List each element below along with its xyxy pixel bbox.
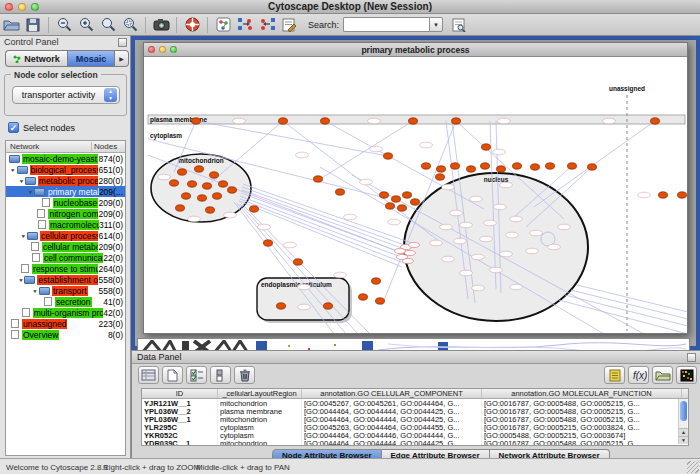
network-node[interactable] (206, 207, 215, 213)
network-node[interactable] (359, 294, 368, 300)
network-canvas[interactable]: plasma membranecytoplasmmitochondrionnuc… (144, 57, 687, 333)
network-node[interactable] (324, 303, 333, 309)
select-attributes-button[interactable] (186, 366, 207, 384)
delete-attribute-button[interactable] (234, 366, 255, 384)
network-node[interactable] (188, 181, 197, 187)
save-button[interactable] (22, 15, 44, 35)
help-button[interactable] (181, 15, 203, 35)
zoom-selected-button[interactable] (97, 15, 119, 35)
network-view-window[interactable]: primary metabolic process plasma membran… (143, 42, 688, 334)
expander-icon[interactable]: ▼ (9, 167, 17, 172)
open-button[interactable] (0, 15, 22, 35)
tree-row[interactable]: ▼transport558(0) (6, 285, 125, 296)
tree-row[interactable]: mosaic-demo-yeast874(0) (6, 153, 125, 164)
network-node[interactable] (409, 118, 418, 124)
network-node[interactable] (422, 163, 431, 169)
tab-overflow-arrow[interactable]: ▶ (115, 50, 129, 67)
network-node[interactable] (659, 192, 668, 198)
network-node[interactable] (497, 166, 506, 172)
network-node[interactable] (195, 166, 204, 172)
table-scrollbar-thumb[interactable] (680, 401, 687, 421)
data-panel-float-icon[interactable] (687, 353, 696, 362)
network-node[interactable] (264, 240, 273, 246)
network-node[interactable] (170, 180, 179, 186)
network-node[interactable] (403, 192, 412, 198)
table-column-header[interactable]: ID (142, 389, 218, 398)
network-node[interactable] (386, 203, 395, 209)
attribute-panel-settings-button[interactable] (138, 366, 159, 384)
network-node[interactable] (336, 189, 345, 195)
heatmap-button[interactable] (676, 366, 697, 384)
tree-row[interactable]: secretion41(0) (6, 296, 125, 307)
unselect-attributes-button[interactable] (210, 366, 231, 384)
network-node[interactable] (203, 183, 212, 189)
layout-alt-button[interactable] (256, 15, 278, 35)
network-node[interactable] (372, 278, 381, 284)
select-nodes-checkbox[interactable]: ✓ (8, 122, 19, 133)
network-node[interactable] (482, 144, 491, 150)
tree-row[interactable]: multi-organism pro42(0) (6, 307, 125, 318)
tree-column-nodes[interactable]: Nodes (91, 142, 125, 151)
tree-row[interactable]: ▼biological_process651(0) (6, 164, 125, 175)
search-input[interactable] (343, 17, 429, 32)
network-node[interactable] (380, 192, 389, 198)
layout-button[interactable] (234, 15, 256, 35)
formula-builder-button[interactable]: f(x) (628, 366, 649, 384)
network-node[interactable] (176, 205, 185, 211)
tree-row[interactable]: nucleobase-209(0) (6, 197, 125, 208)
tree-row[interactable]: ▼primary metabo209(... (6, 186, 125, 197)
annotation-button[interactable] (278, 15, 300, 35)
network-node[interactable] (376, 298, 385, 304)
tree-row[interactable]: cellular metabol209(0) (6, 241, 125, 252)
node-color-combobox[interactable]: transporter activity ▲▼ (12, 86, 120, 104)
network-node[interactable] (452, 118, 461, 124)
expander-icon[interactable]: ▼ (27, 189, 34, 194)
new-attribute-button[interactable] (162, 366, 183, 384)
data-panel-titlebar[interactable]: Data Panel (132, 351, 700, 364)
network-node[interactable] (651, 118, 660, 124)
network-tree-header[interactable]: Network Nodes (6, 141, 125, 153)
network-node[interactable] (321, 118, 330, 124)
table-column-header[interactable]: _cellularLayoutRegion (218, 389, 302, 398)
snapshot-button[interactable] (150, 15, 172, 35)
expander-icon[interactable]: ▼ (18, 178, 25, 183)
network-node[interactable] (531, 164, 540, 170)
tree-row[interactable]: ▼metabolic process280(0) (6, 175, 125, 186)
network-node[interactable] (182, 193, 191, 199)
network-node[interactable] (398, 205, 407, 211)
network-node[interactable] (588, 164, 597, 170)
network-node[interactable] (513, 163, 522, 169)
network-node[interactable] (384, 153, 393, 159)
network-node[interactable] (279, 118, 288, 124)
import-table-button[interactable] (652, 366, 673, 384)
network-node[interactable] (392, 196, 401, 202)
network-node[interactable] (568, 163, 577, 169)
zoom-fit-button[interactable] (119, 15, 141, 35)
network-node[interactable] (192, 118, 201, 124)
tree-row[interactable]: ▼cellular process614(0) (6, 230, 125, 241)
network-node[interactable] (210, 172, 219, 178)
search-dropdown[interactable]: ▼ (429, 17, 443, 32)
network-node[interactable] (467, 166, 476, 172)
table-column-header[interactable]: annotation.GO MOLECULAR_FUNCTION (482, 389, 682, 398)
network-node[interactable] (481, 163, 490, 169)
expander-icon[interactable]: ▼ (18, 277, 25, 282)
network-node[interactable] (219, 181, 228, 187)
tree-row[interactable]: cell communicat22(0) (6, 252, 125, 263)
network-node[interactable] (294, 259, 303, 265)
network-node[interactable] (198, 195, 207, 201)
tab-mosaic[interactable]: Mosaic (67, 50, 115, 67)
network-node[interactable] (451, 163, 460, 169)
network-window-titlebar[interactable]: primary metabolic process (144, 43, 687, 57)
table-row[interactable]: YDR039C__1mitochondrion[GO:0044464, GO:0… (142, 439, 688, 446)
network-node[interactable] (277, 303, 286, 309)
scroll-up-arrow[interactable]: ▲ (679, 428, 688, 436)
network-overview-button[interactable] (212, 15, 234, 35)
tree-row[interactable]: nitrogen compo209(0) (6, 208, 125, 219)
network-node[interactable] (436, 174, 445, 180)
network-node[interactable] (250, 206, 259, 212)
tab-network[interactable]: Network (5, 50, 67, 67)
attribute-table[interactable]: ID_cellularLayoutRegionannotation.GO CEL… (141, 388, 689, 446)
network-node[interactable] (213, 193, 222, 199)
scroll-down-arrow[interactable]: ▼ (679, 436, 688, 444)
